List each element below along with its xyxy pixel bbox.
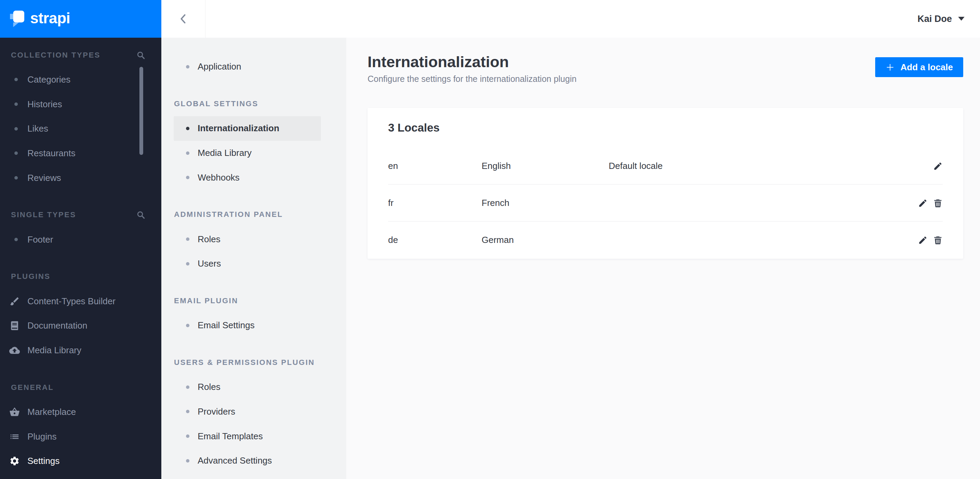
subnav-item-label: Email Settings xyxy=(198,320,255,331)
subnav-item-providers[interactable]: Providers xyxy=(173,399,321,424)
sidebar-section-single-types: SINGLE TYPESFooter xyxy=(0,203,161,252)
sidebar-item-categories[interactable]: Categories xyxy=(0,67,161,92)
strapi-logo[interactable]: strapi xyxy=(0,0,161,38)
bullet-icon xyxy=(186,65,189,68)
delete-locale-button[interactable] xyxy=(933,198,943,208)
main-content: Internationalization Configure the setti… xyxy=(346,38,980,479)
list-icon xyxy=(9,431,20,442)
bullet-icon xyxy=(186,324,189,327)
sidebar-item-reviews[interactable]: Reviews xyxy=(0,166,161,190)
subnav-item-label: Users xyxy=(198,258,221,269)
bullet-icon xyxy=(14,127,18,130)
search-icon[interactable] xyxy=(136,210,145,219)
subnav-group-administration-panel: ADMINISTRATION PANELRolesUsers xyxy=(161,202,346,276)
subnav-group-label: ADMINISTRATION PANEL xyxy=(161,202,346,227)
locale-default-badge: Default locale xyxy=(609,161,917,171)
sidebar-item-restaurants[interactable]: Restaurants xyxy=(0,141,161,166)
add-locale-button[interactable]: Add a locale xyxy=(875,57,963,77)
subnav-item-label: Webhooks xyxy=(198,172,239,183)
sidebar-item-media-library[interactable]: Media Library xyxy=(0,338,161,363)
edit-locale-button[interactable] xyxy=(918,236,928,245)
sidebar-item-plugins[interactable]: Plugins xyxy=(0,424,161,449)
locales-card-header: 3 Locales xyxy=(368,108,963,148)
user-menu[interactable]: Kai Doe xyxy=(917,14,980,24)
sidebar-item-likes[interactable]: Likes xyxy=(0,116,161,141)
sidebar-item-label: Histories xyxy=(27,99,62,110)
subnav-item-advanced-settings[interactable]: Advanced Settings xyxy=(173,449,321,473)
sidebar-item-documentation[interactable]: Documentation xyxy=(0,313,161,338)
subnav-item-users[interactable]: Users xyxy=(173,251,321,276)
subnav-item-roles[interactable]: Roles xyxy=(173,375,321,399)
locale-name: German xyxy=(482,235,609,245)
sidebar-item-label: Restaurants xyxy=(27,148,75,159)
locale-code: en xyxy=(388,161,482,171)
subnav-group-label: GLOBAL SETTINGS xyxy=(161,91,346,116)
sidebar-section-label: COLLECTION TYPES xyxy=(11,51,100,60)
user-name: Kai Doe xyxy=(917,14,952,24)
bullet-icon xyxy=(14,78,18,81)
subnav-item-label: Roles xyxy=(198,382,220,392)
sidebar-item-label: Media Library xyxy=(27,345,81,356)
sidebar-section-label: GENERAL xyxy=(11,383,54,392)
subnav-item-internationalization[interactable]: Internationalization xyxy=(173,116,321,141)
subnav-item-webhooks[interactable]: Webhooks xyxy=(173,165,321,190)
subnav-group-global-settings: GLOBAL SETTINGSInternationalizationMedia… xyxy=(161,91,346,190)
brand-name: strapi xyxy=(30,10,70,27)
sidebar-item-content-types-builder[interactable]: Content-Types Builder xyxy=(0,289,161,313)
sidebar-scrollbar[interactable] xyxy=(139,67,143,155)
locale-code: fr xyxy=(388,198,482,208)
back-button[interactable] xyxy=(161,0,205,38)
subnav-group: Application xyxy=(161,54,346,79)
edit-locale-button[interactable] xyxy=(918,198,928,208)
main-sidebar-nav: COLLECTION TYPESCategoriesHistoriesLikes… xyxy=(0,38,161,474)
bullet-icon xyxy=(186,176,189,179)
bullet-icon xyxy=(14,176,18,180)
delete-locale-button[interactable] xyxy=(933,236,943,245)
subnav-item-email-settings[interactable]: Email Settings xyxy=(173,313,321,338)
page-header: Internationalization Configure the setti… xyxy=(368,53,963,84)
locales-card: 3 Locales enEnglishDefault localefrFrenc… xyxy=(368,108,963,259)
locale-name: French xyxy=(482,198,609,208)
bullet-icon xyxy=(14,238,18,241)
sidebar-section-plugins: PLUGINSContent-Types BuilderDocumentatio… xyxy=(0,264,161,363)
sidebar-item-label: Content-Types Builder xyxy=(27,296,115,307)
subnav-item-roles[interactable]: Roles xyxy=(173,227,321,251)
cloud-upload-icon xyxy=(9,345,20,356)
subnav-item-media-library[interactable]: Media Library xyxy=(173,141,321,166)
sidebar-item-histories[interactable]: Histories xyxy=(0,92,161,116)
locale-row-en[interactable]: enEnglishDefault locale xyxy=(368,148,963,185)
sidebar-item-footer[interactable]: Footer xyxy=(0,227,161,252)
sidebar-section-collection-types: COLLECTION TYPESCategoriesHistoriesLikes… xyxy=(0,43,161,190)
page-subtitle: Configure the settings for the internati… xyxy=(368,74,963,84)
sidebar-item-label: Plugins xyxy=(27,431,57,442)
subnav-item-email-templates[interactable]: Email Templates xyxy=(173,424,321,449)
locale-row-de[interactable]: deGerman xyxy=(368,222,963,259)
sidebar-section-header: GENERAL xyxy=(0,375,161,400)
bullet-icon xyxy=(186,410,189,413)
sidebar-section-header: COLLECTION TYPES xyxy=(0,43,161,67)
locale-code: de xyxy=(388,235,482,245)
search-icon[interactable] xyxy=(136,51,145,60)
sidebar-section-header: SINGLE TYPES xyxy=(0,203,161,228)
sidebar-section-label: SINGLE TYPES xyxy=(11,210,76,219)
sidebar-item-settings[interactable]: Settings xyxy=(0,449,161,474)
sidebar-item-label: Documentation xyxy=(27,320,88,331)
edit-locale-button[interactable] xyxy=(933,161,943,171)
sidebar-section-label: PLUGINS xyxy=(11,272,50,281)
subnav-item-label: Application xyxy=(198,61,241,72)
sidebar-item-marketplace[interactable]: Marketplace xyxy=(0,400,161,425)
subnav-item-application[interactable]: Application xyxy=(173,54,321,79)
add-locale-button-label: Add a locale xyxy=(900,62,953,73)
bullet-icon xyxy=(186,127,189,130)
locale-row-actions xyxy=(917,198,943,208)
subnav-group-label: EMAIL PLUGIN xyxy=(161,288,346,313)
sidebar-section-header: PLUGINS xyxy=(0,264,161,289)
page-title: Internationalization xyxy=(368,53,963,71)
sidebar-item-label: Likes xyxy=(27,123,48,134)
locale-row-fr[interactable]: frFrench xyxy=(368,185,963,222)
bullet-icon xyxy=(186,262,189,266)
settings-subnav: ApplicationGLOBAL SETTINGSInternationali… xyxy=(161,38,346,479)
bullet-icon xyxy=(186,385,189,389)
gear-icon xyxy=(9,456,20,466)
sidebar-section-general: GENERALMarketplacePluginsSettings xyxy=(0,375,161,474)
